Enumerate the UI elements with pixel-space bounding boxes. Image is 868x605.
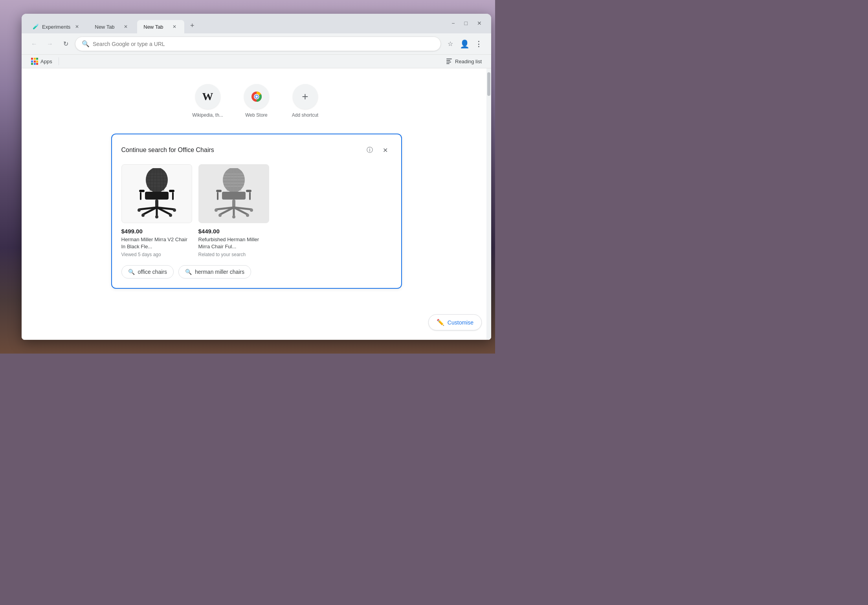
- wikipedia-favicon: W: [195, 84, 220, 109]
- svg-point-16: [255, 95, 258, 98]
- svg-rect-9: [446, 59, 452, 59]
- apps-button[interactable]: Apps: [28, 56, 55, 66]
- bookmarks-bar: Apps Reading list: [22, 55, 491, 68]
- new-tab-content: W Wikipedia, th... Web S: [22, 68, 491, 340]
- tab-experiments-label: Experiments: [42, 24, 70, 30]
- experiments-icon: 🧪: [33, 24, 39, 30]
- suggestion-2-text: herman miller chairs: [195, 269, 244, 275]
- chair-image-2: [212, 168, 255, 219]
- close-button[interactable]: ✕: [475, 18, 483, 28]
- browser-window: 🧪 Experiments ✕ New Tab ✕ New Tab ✕ + − …: [22, 14, 491, 340]
- suggestion-herman-miller[interactable]: 🔍 herman miller chairs: [178, 265, 251, 279]
- svg-rect-59: [249, 192, 251, 200]
- svg-rect-0: [31, 58, 33, 60]
- svg-rect-30: [169, 190, 174, 192]
- svg-rect-11: [446, 62, 451, 62]
- pencil-icon: ✏️: [437, 319, 444, 326]
- product-1-price: $499.00: [121, 228, 192, 235]
- minimize-button[interactable]: −: [450, 18, 456, 28]
- toolbar-right: ☆ 👤 ⋮: [444, 38, 485, 50]
- tab-newtab1[interactable]: New Tab ✕: [88, 20, 136, 33]
- tab-newtab1-close[interactable]: ✕: [122, 23, 129, 30]
- bookmark-button[interactable]: ☆: [444, 38, 457, 50]
- svg-point-66: [218, 214, 222, 217]
- suggestion-1-text: office chairs: [138, 269, 167, 275]
- star-icon: ☆: [448, 40, 453, 48]
- window-controls: − □ ✕: [450, 18, 483, 28]
- product-image-1: [121, 164, 192, 223]
- back-button[interactable]: ←: [28, 38, 40, 50]
- scrollbar[interactable]: [486, 68, 491, 340]
- webstore-label: Web Store: [237, 112, 276, 118]
- svg-rect-57: [246, 190, 251, 192]
- tab-experiments[interactable]: 🧪 Experiments ✕: [26, 20, 87, 33]
- speed-dial-webstore[interactable]: Web Store: [237, 84, 276, 118]
- maximize-button[interactable]: □: [463, 18, 469, 28]
- svg-rect-31: [140, 192, 141, 200]
- add-shortcut-label: Add shortcut: [286, 112, 325, 118]
- tab-newtab2[interactable]: New Tab ✕: [137, 20, 184, 33]
- profile-button[interactable]: 👤: [458, 38, 471, 50]
- search-suggestions: 🔍 office chairs 🔍 herman miller chairs: [121, 265, 392, 279]
- address-input[interactable]: [93, 41, 434, 47]
- svg-rect-55: [222, 192, 246, 200]
- svg-rect-8: [36, 63, 38, 65]
- products-row: $499.00 Herman Miller Mirra V2 Chair In …: [121, 164, 392, 257]
- reading-list-label: Reading list: [455, 59, 482, 64]
- speed-dial-wikipedia[interactable]: W Wikipedia, th...: [188, 84, 228, 118]
- close-card-icon: ✕: [383, 147, 388, 154]
- product-card-1[interactable]: $499.00 Herman Miller Mirra V2 Chair In …: [121, 164, 192, 257]
- apps-label: Apps: [40, 59, 52, 64]
- svg-rect-29: [139, 190, 145, 192]
- search-card: Continue search for Office Chairs ⓘ ✕: [111, 134, 402, 289]
- tab-newtab1-label: New Tab: [95, 24, 119, 30]
- reload-icon: ↻: [63, 40, 68, 48]
- search-icon: 🔍: [82, 40, 90, 48]
- product-2-meta: Related to your search: [198, 252, 269, 257]
- title-bar: 🧪 Experiments ✕ New Tab ✕ New Tab ✕ + − …: [22, 14, 491, 33]
- product-1-meta: Viewed 5 days ago: [121, 252, 192, 257]
- svg-rect-10: [446, 60, 450, 61]
- menu-button[interactable]: ⋮: [472, 38, 485, 50]
- tab-newtab2-close[interactable]: ✕: [171, 23, 178, 30]
- svg-point-39: [141, 214, 145, 217]
- toolbar: ← → ↻ 🔍 ☆ 👤 ⋮: [22, 33, 491, 55]
- speed-dial-add-shortcut[interactable]: + Add shortcut: [286, 84, 325, 118]
- plus-icon: +: [302, 90, 308, 103]
- reading-list-button[interactable]: Reading list: [442, 56, 485, 66]
- svg-point-43: [155, 215, 158, 218]
- address-bar[interactable]: 🔍: [75, 37, 441, 51]
- info-icon: ⓘ: [367, 146, 373, 154]
- product-card-2[interactable]: $449.00 Refurbished Herman Miller Mirra …: [198, 164, 269, 257]
- new-tab-button[interactable]: +: [186, 19, 198, 32]
- customise-button[interactable]: ✏️ Customise: [428, 314, 482, 330]
- forward-button[interactable]: →: [44, 38, 56, 50]
- tab-experiments-close[interactable]: ✕: [73, 23, 81, 30]
- forward-icon: →: [47, 40, 53, 48]
- search-card-info-button[interactable]: ⓘ: [363, 144, 376, 156]
- product-2-name: Refurbished Herman Miller Mirra Chair Fu…: [198, 236, 269, 250]
- suggestion-search-icon-1: 🔍: [128, 269, 135, 275]
- svg-point-42: [173, 209, 176, 212]
- svg-rect-4: [34, 60, 36, 62]
- close-icon: ✕: [477, 20, 482, 26]
- svg-rect-2: [36, 58, 38, 60]
- product-2-price: $449.00: [198, 228, 269, 235]
- svg-rect-32: [172, 192, 174, 200]
- scrollbar-thumb[interactable]: [487, 72, 490, 96]
- suggestion-office-chairs[interactable]: 🔍 office chairs: [121, 265, 174, 279]
- svg-rect-6: [31, 63, 33, 65]
- svg-point-67: [246, 214, 249, 217]
- add-shortcut-icon-container: +: [293, 84, 318, 109]
- tab-newtab2-label: New Tab: [143, 24, 168, 30]
- svg-point-70: [232, 215, 235, 218]
- search-card-close-button[interactable]: ✕: [379, 144, 392, 156]
- customise-label: Customise: [448, 319, 473, 326]
- chrome-icon: [250, 90, 263, 103]
- svg-rect-58: [217, 192, 218, 200]
- reading-list-icon: [446, 58, 453, 65]
- reload-button[interactable]: ↻: [59, 38, 72, 50]
- svg-point-69: [250, 209, 253, 212]
- svg-rect-28: [145, 192, 169, 200]
- profile-icon: 👤: [460, 39, 470, 49]
